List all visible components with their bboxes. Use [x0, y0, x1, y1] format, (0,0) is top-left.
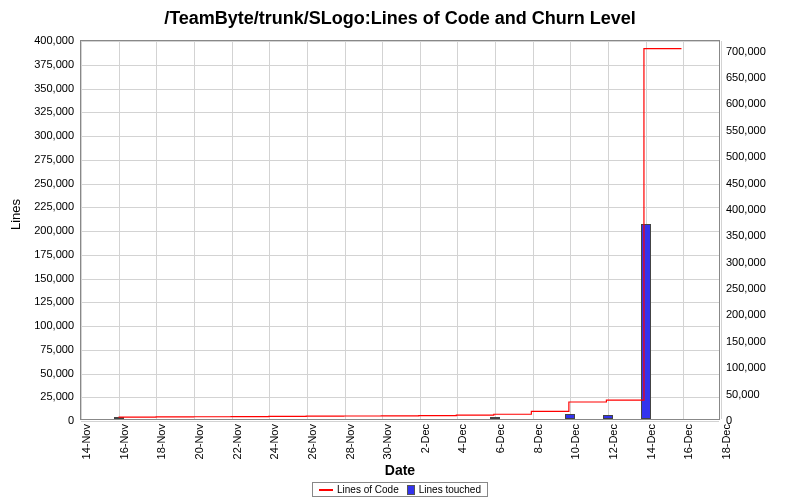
- x-tick: 20-Nov: [193, 424, 205, 459]
- y-axis-right: 050,000100,000150,000200,000250,000300,0…: [722, 40, 800, 420]
- x-tick: 14-Nov: [80, 424, 92, 459]
- y-left-tick: 250,000: [34, 177, 74, 189]
- x-tick: 10-Dec: [569, 424, 581, 459]
- x-tick: 18-Dec: [720, 424, 732, 459]
- legend-label: Lines of Code: [337, 484, 399, 495]
- y-left-tick: 325,000: [34, 105, 74, 117]
- y-right-tick: 650,000: [726, 71, 766, 83]
- y-right-tick: 250,000: [726, 282, 766, 294]
- line-series: [81, 41, 719, 419]
- y-left-tick: 375,000: [34, 58, 74, 70]
- y-right-tick: 100,000: [726, 361, 766, 373]
- y-right-tick: 600,000: [726, 97, 766, 109]
- bar: [114, 417, 124, 419]
- chart-container: /TeamByte/trunk/SLogo:Lines of Code and …: [0, 0, 800, 500]
- y-left-tick: 350,000: [34, 82, 74, 94]
- x-tick: 22-Nov: [231, 424, 243, 459]
- x-tick: 26-Nov: [306, 424, 318, 459]
- y-left-tick: 300,000: [34, 129, 74, 141]
- y-right-tick: 500,000: [726, 150, 766, 162]
- x-tick: 16-Dec: [682, 424, 694, 459]
- legend-item-lines-touched: Lines touched: [407, 484, 481, 495]
- y-right-tick: 400,000: [726, 203, 766, 215]
- x-tick: 24-Nov: [268, 424, 280, 459]
- x-tick: 12-Dec: [607, 424, 619, 459]
- bar: [603, 415, 613, 419]
- x-tick: 14-Dec: [645, 424, 657, 459]
- y-left-tick: 0: [68, 414, 74, 426]
- y-left-tick: 175,000: [34, 248, 74, 260]
- y-left-tick: 100,000: [34, 319, 74, 331]
- x-tick: 6-Dec: [494, 424, 506, 453]
- y-left-tick: 225,000: [34, 200, 74, 212]
- y-left-tick: 75,000: [40, 343, 74, 355]
- bar: [490, 417, 500, 419]
- legend-line-icon: [319, 489, 333, 491]
- y-right-tick: 450,000: [726, 177, 766, 189]
- y-right-tick: 550,000: [726, 124, 766, 136]
- chart-title: /TeamByte/trunk/SLogo:Lines of Code and …: [0, 0, 800, 29]
- y-axis-left-label: Lines: [8, 199, 23, 230]
- x-axis-label: Date: [80, 462, 720, 478]
- y-left-tick: 25,000: [40, 390, 74, 402]
- y-axis-left: 025,00050,00075,000100,000125,000150,000…: [0, 40, 78, 420]
- legend-label: Lines touched: [419, 484, 481, 495]
- y-left-tick: 125,000: [34, 295, 74, 307]
- plot-area: [80, 40, 720, 420]
- y-right-tick: 350,000: [726, 229, 766, 241]
- x-tick: 2-Dec: [419, 424, 431, 453]
- y-left-tick: 200,000: [34, 224, 74, 236]
- y-left-tick: 400,000: [34, 34, 74, 46]
- bar: [565, 414, 575, 419]
- y-left-tick: 150,000: [34, 272, 74, 284]
- x-tick: 28-Nov: [344, 424, 356, 459]
- legend-item-lines-of-code: Lines of Code: [319, 484, 399, 495]
- legend: Lines of Code Lines touched: [312, 482, 488, 497]
- x-tick: 4-Dec: [456, 424, 468, 453]
- y-right-tick: 700,000: [726, 45, 766, 57]
- y-left-tick: 275,000: [34, 153, 74, 165]
- y-right-tick: 150,000: [726, 335, 766, 347]
- x-tick: 30-Nov: [381, 424, 393, 459]
- y-right-tick: 50,000: [726, 388, 760, 400]
- legend-bar-icon: [407, 485, 415, 495]
- y-right-tick: 300,000: [726, 256, 766, 268]
- y-right-tick: 200,000: [726, 308, 766, 320]
- x-tick: 8-Dec: [532, 424, 544, 453]
- x-tick: 18-Nov: [155, 424, 167, 459]
- y-left-tick: 50,000: [40, 367, 74, 379]
- bar: [641, 224, 651, 419]
- x-tick: 16-Nov: [118, 424, 130, 459]
